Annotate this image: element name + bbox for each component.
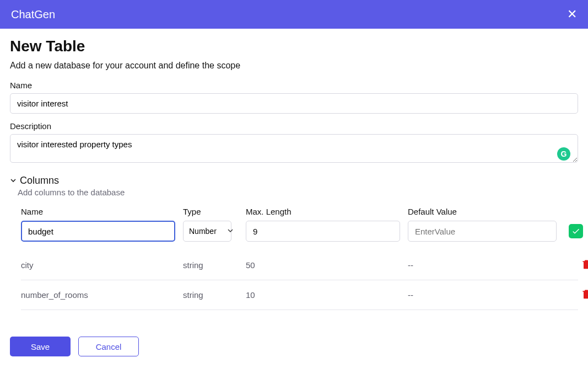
confirm-column-button[interactable] bbox=[569, 224, 583, 238]
name-input[interactable] bbox=[10, 93, 578, 114]
page-subtitle: Add a new database for your account and … bbox=[10, 61, 578, 71]
columns-toggle[interactable]: Columns bbox=[10, 175, 578, 186]
close-icon[interactable]: ✕ bbox=[567, 8, 577, 20]
col-header-maxlength: Max. Length bbox=[246, 207, 400, 216]
col-header-name: Name bbox=[21, 207, 175, 216]
dialog-body: New Table Add a new database for your ac… bbox=[0, 29, 588, 368]
row-name: number_of_rooms bbox=[21, 290, 175, 300]
table-row: number_of_rooms string 10 -- bbox=[21, 280, 578, 310]
titlebar: ChatGen ✕ bbox=[0, 0, 588, 29]
row-default: -- bbox=[408, 260, 557, 270]
row-maxlength: 50 bbox=[246, 260, 400, 270]
table-row: city string 50 -- bbox=[21, 250, 578, 280]
column-maxlength-input[interactable] bbox=[246, 221, 400, 242]
row-name: city bbox=[21, 260, 175, 270]
column-name-input[interactable] bbox=[21, 221, 175, 242]
columns-heading: Columns bbox=[20, 175, 59, 186]
delete-row-button[interactable] bbox=[581, 258, 588, 272]
row-default: -- bbox=[408, 290, 557, 300]
delete-row-button[interactable] bbox=[581, 288, 588, 302]
save-button[interactable]: Save bbox=[10, 337, 71, 356]
description-label: Description bbox=[10, 121, 578, 131]
cancel-button[interactable]: Cancel bbox=[78, 337, 139, 356]
app-name: ChatGen bbox=[11, 8, 55, 21]
columns-subtitle: Add columns to the database bbox=[18, 188, 578, 197]
row-type: string bbox=[183, 290, 238, 300]
column-type-select[interactable]: Number bbox=[183, 221, 231, 242]
chevron-down-icon bbox=[10, 175, 17, 186]
row-maxlength: 10 bbox=[246, 290, 400, 300]
row-type: string bbox=[183, 260, 238, 270]
column-default-input[interactable] bbox=[408, 221, 557, 242]
description-input[interactable]: visitor interested property types bbox=[10, 134, 578, 163]
col-header-default: Default Value bbox=[408, 207, 557, 216]
col-header-type: Type bbox=[183, 207, 238, 216]
name-label: Name bbox=[10, 81, 578, 90]
grammarly-icon[interactable]: G bbox=[557, 147, 570, 161]
trash-icon bbox=[581, 288, 588, 300]
page-title: New Table bbox=[10, 38, 578, 55]
check-icon bbox=[571, 227, 580, 236]
trash-icon bbox=[581, 258, 588, 270]
